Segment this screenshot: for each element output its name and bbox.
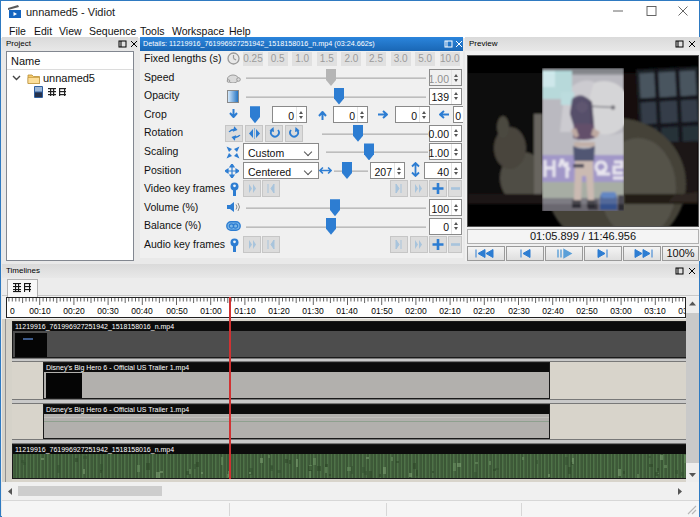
svg-text:00:10: 00:10 [29, 306, 51, 316]
svg-text:03:00: 03:00 [610, 306, 632, 316]
svg-text:unnamed5: unnamed5 [43, 72, 95, 84]
svg-text:01:30: 01:30 [302, 306, 324, 316]
svg-text:02:40: 02:40 [542, 306, 564, 316]
svg-text:02:00: 02:00 [405, 306, 427, 316]
svg-text:00:30: 00:30 [97, 306, 119, 316]
svg-text:02:10: 02:10 [439, 306, 461, 316]
svg-text:02:30: 02:30 [508, 306, 530, 316]
svg-text:01:40: 01:40 [336, 306, 358, 316]
svg-text:02:50: 02:50 [576, 306, 598, 316]
svg-text:00:50: 00:50 [166, 306, 188, 316]
svg-text:01:00: 01:00 [200, 306, 222, 316]
svg-text:03:10: 03:10 [644, 306, 666, 316]
svg-text:03:20: 03:20 [678, 306, 686, 316]
svg-text:01:50: 01:50 [371, 306, 393, 316]
svg-text:00:40: 00:40 [131, 306, 153, 316]
svg-text:0: 0 [10, 306, 15, 316]
svg-text:02:20: 02:20 [473, 306, 495, 316]
svg-text:01:10: 01:10 [234, 306, 256, 316]
svg-text:01:20: 01:20 [268, 306, 290, 316]
svg-text:00:20: 00:20 [63, 306, 85, 316]
